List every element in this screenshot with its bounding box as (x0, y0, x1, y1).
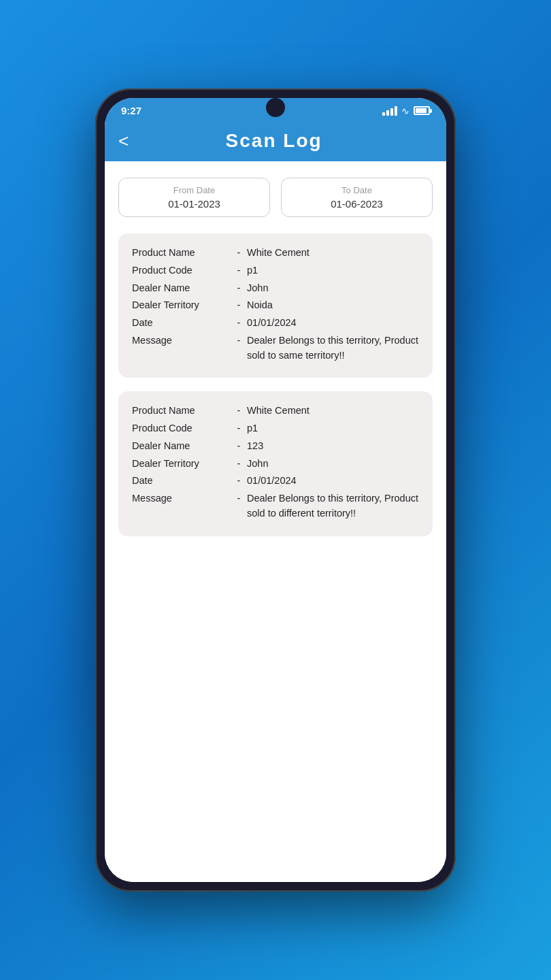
row-value: White Cement (247, 246, 419, 261)
row-dash: - (231, 298, 247, 313)
wifi-icon: ∿ (401, 105, 410, 116)
row-label: Product Code (132, 263, 231, 278)
card-row: Product Name - White Cement (132, 404, 419, 419)
card-row: Dealer Name - 123 (132, 439, 419, 454)
row-label: Dealer Name (132, 439, 231, 454)
row-dash: - (231, 263, 247, 278)
card-row: Date - 01/01/2024 (132, 474, 419, 489)
content-area: From Date 01-01-2023 To Date 01-06-2023 … (105, 161, 446, 882)
row-value: 123 (247, 439, 419, 454)
card-row: Message - Dealer Belongs to this territo… (132, 491, 419, 521)
scan-card-1: Product Name - White Cement Product Code… (118, 391, 433, 536)
row-value: p1 (247, 263, 419, 278)
scan-card-0: Product Name - White Cement Product Code… (118, 233, 433, 378)
to-date-field[interactable]: To Date 01-06-2023 (281, 178, 433, 217)
row-dash: - (231, 421, 247, 436)
phone-frame: 9:27 ∿ < Scan Log From Date 01 (95, 88, 456, 892)
row-label: Dealer Name (132, 281, 231, 296)
row-value: 01/01/2024 (247, 316, 419, 331)
from-date-label: From Date (173, 185, 215, 195)
card-row: Date - 01/01/2024 (132, 316, 419, 331)
row-label: Product Name (132, 246, 231, 261)
row-dash: - (231, 246, 247, 261)
card-row: Dealer Territory - Noida (132, 298, 419, 313)
row-label: Product Code (132, 421, 231, 436)
row-value: 01/01/2024 (247, 474, 419, 489)
date-filters: From Date 01-01-2023 To Date 01-06-2023 (118, 178, 433, 217)
phone-notch (266, 98, 285, 117)
to-date-value: 01-06-2023 (331, 198, 383, 210)
from-date-value: 01-01-2023 (168, 198, 220, 210)
card-row: Product Code - p1 (132, 421, 419, 436)
status-icons: ∿ (382, 105, 430, 116)
page-title: Scan Log (135, 130, 412, 152)
row-dash: - (231, 457, 247, 472)
row-value: p1 (247, 421, 419, 436)
row-value: Dealer Belongs to this territory, Produc… (247, 333, 419, 363)
row-label: Message (132, 491, 231, 521)
status-time: 9:27 (121, 105, 141, 116)
back-button[interactable]: < (118, 132, 129, 150)
scan-cards-container: Product Name - White Cement Product Code… (118, 233, 433, 536)
card-row: Product Code - p1 (132, 263, 419, 278)
app-header: < Scan Log (105, 120, 446, 161)
row-dash: - (231, 491, 247, 521)
battery-icon (414, 106, 430, 115)
signal-icon (382, 106, 397, 116)
row-dash: - (231, 439, 247, 454)
row-value: John (247, 457, 419, 472)
row-value: John (247, 281, 419, 296)
row-dash: - (231, 404, 247, 419)
card-row: Dealer Name - John (132, 281, 419, 296)
row-label: Dealer Territory (132, 457, 231, 472)
row-label: Date (132, 474, 231, 489)
row-label: Message (132, 333, 231, 363)
battery-fill (416, 108, 427, 113)
phone-screen: 9:27 ∿ < Scan Log From Date 01 (105, 98, 446, 882)
row-dash: - (231, 333, 247, 363)
row-label: Dealer Territory (132, 298, 231, 313)
card-row: Product Name - White Cement (132, 246, 419, 261)
row-value: Noida (247, 298, 419, 313)
row-dash: - (231, 281, 247, 296)
card-row: Message - Dealer Belongs to this territo… (132, 333, 419, 363)
row-dash: - (231, 474, 247, 489)
row-label: Date (132, 316, 231, 331)
from-date-field[interactable]: From Date 01-01-2023 (118, 178, 270, 217)
card-row: Dealer Territory - John (132, 457, 419, 472)
row-dash: - (231, 316, 247, 331)
row-value: White Cement (247, 404, 419, 419)
row-value: Dealer Belongs to this territory, Produc… (247, 491, 419, 521)
row-label: Product Name (132, 404, 231, 419)
to-date-label: To Date (341, 185, 372, 195)
